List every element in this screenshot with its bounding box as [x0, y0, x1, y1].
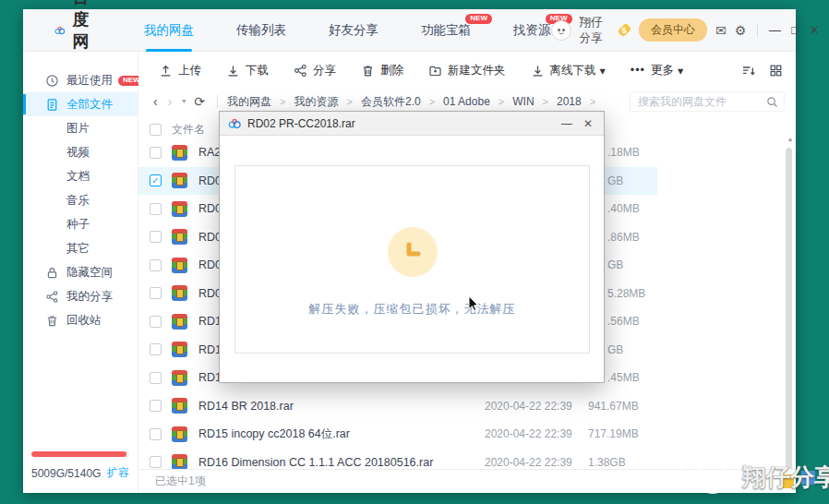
delete-button[interactable]: 删除	[361, 63, 403, 78]
file-size: .45MB	[607, 371, 640, 384]
close-button[interactable]: ✕	[809, 23, 820, 37]
desktop-background: 百度网盘 我的网盘 传输列表 好友分享 功能宝箱NEW 找资源NEW 翔仔分享 …	[0, 0, 829, 504]
grid-view-icon[interactable]	[769, 64, 783, 78]
sidebar-nav: 最近使用 NEW 全部文件 图片 视频 文档 音乐 种子 其它 隐藏空间	[23, 52, 138, 332]
minimize-button[interactable]: —	[769, 23, 781, 37]
row-checkbox[interactable]	[150, 287, 162, 299]
breadcrumb-item[interactable]: 01 Adobe	[443, 95, 490, 108]
sidebar-item-hidden-space[interactable]: 隐藏空间	[23, 260, 138, 284]
row-checkbox[interactable]	[150, 400, 162, 412]
history-dropdown-icon[interactable]: ▾	[182, 98, 186, 105]
file-name[interactable]: RD15 incopy cc2018 64位.rar	[198, 426, 350, 442]
sidebar-item-pictures[interactable]: 图片	[23, 116, 138, 140]
download-icon	[226, 64, 240, 78]
dialog-title-bar[interactable]: RD02 PR-CC2018.rar — ✕	[220, 112, 604, 136]
file-row[interactable]: RD14 BR 2018.rar2020-04-22 22:39941.67MB	[138, 392, 657, 421]
row-checkbox[interactable]	[150, 372, 162, 384]
tab-find-resources[interactable]: 找资源NEW	[513, 9, 551, 52]
error-message: 解压失败，压缩包已损坏，无法解压	[235, 301, 589, 318]
sidebar-item-documents[interactable]: 文档	[23, 164, 138, 188]
back-button[interactable]: ‹	[153, 95, 158, 108]
file-row[interactable]: RD16 Dimension CC 1.1.1 ACC 20180516.rar…	[138, 449, 657, 470]
user-name[interactable]: 翔仔分享	[580, 15, 611, 46]
chevron-down-icon[interactable]: ▾	[678, 64, 683, 78]
search-input[interactable]	[638, 95, 766, 108]
new-folder-icon	[428, 64, 442, 78]
sidebar-item-others[interactable]: 其它	[23, 236, 138, 260]
more-button[interactable]: ••• 更多 ▾	[631, 63, 683, 78]
offline-download-label: 离线下载	[550, 63, 596, 78]
settings-gear-icon[interactable]: ⚙	[735, 24, 747, 37]
dialog-content-panel: 解压失败，压缩包已损坏，无法解压	[234, 165, 590, 354]
breadcrumb-item[interactable]: 我的资源	[294, 94, 339, 110]
row-checkbox[interactable]	[150, 428, 162, 440]
dialog-close-button[interactable]: ✕	[581, 117, 595, 130]
svip-badge-icon[interactable]: $	[618, 23, 631, 37]
upload-label: 上传	[178, 63, 201, 78]
tab-transfer-list[interactable]: 传输列表	[236, 9, 286, 52]
search-icon[interactable]	[766, 96, 778, 108]
sidebar-item-recycle-bin[interactable]: 回收站	[23, 308, 138, 332]
message-icon[interactable]: ✉	[715, 24, 727, 37]
breadcrumb-item[interactable]: 会员软件2.0	[361, 94, 421, 110]
breadcrumb-item[interactable]: 我的网盘	[227, 94, 271, 110]
dialog-minimize-button[interactable]: —	[559, 117, 574, 130]
dialog-title: RD02 PR-CC2018.rar	[247, 117, 553, 130]
sidebar-item-recent[interactable]: 最近使用 NEW	[23, 68, 138, 92]
search-box[interactable]	[630, 91, 785, 112]
tab-toolbox[interactable]: 功能宝箱NEW	[421, 9, 471, 52]
file-name[interactable]: RD14 BR 2018.rar	[198, 400, 294, 413]
download-button[interactable]: 下载	[226, 63, 269, 78]
row-checkbox[interactable]	[150, 147, 162, 159]
baidu-netdisk-logo-icon	[54, 20, 65, 41]
document-icon	[45, 98, 59, 112]
user-avatar[interactable]	[551, 20, 571, 41]
select-all-checkbox[interactable]	[150, 124, 162, 136]
upload-button[interactable]: 上传	[159, 63, 201, 78]
file-size: .86MB	[607, 231, 640, 244]
file-row[interactable]: RD15 incopy cc2018 64位.rar2020-04-22 22:…	[138, 420, 657, 449]
row-checkbox[interactable]: ✓	[150, 174, 162, 186]
sidebar-item-torrents[interactable]: 种子	[23, 212, 138, 236]
forward-button[interactable]: ›	[168, 95, 173, 108]
action-toolbar: 上传 下载 分享 删除 新建文件夹	[138, 52, 796, 89]
breadcrumb-item[interactable]: 2018	[557, 95, 582, 108]
maximize-button[interactable]: □	[789, 23, 800, 37]
file-size: GB	[607, 174, 623, 187]
file-size: 717.19MB	[588, 427, 639, 440]
view-options	[741, 64, 796, 78]
vip-center-button[interactable]: 会员中心	[639, 18, 707, 42]
breadcrumb-item[interactable]: WIN	[512, 95, 534, 108]
file-size: .18MB	[607, 146, 640, 159]
row-checkbox[interactable]	[150, 231, 162, 243]
expand-storage-link[interactable]: 扩容	[107, 465, 129, 481]
row-checkbox[interactable]	[150, 259, 162, 271]
row-checkbox[interactable]	[150, 203, 162, 215]
row-checkbox[interactable]	[150, 316, 162, 328]
title-bar[interactable]: 百度网盘 我的网盘 传输列表 好友分享 功能宝箱NEW 找资源NEW 翔仔分享 …	[23, 9, 796, 52]
tab-friend-share[interactable]: 好友分享	[329, 9, 378, 52]
sort-icon[interactable]	[741, 64, 756, 78]
new-folder-button[interactable]: 新建文件夹	[428, 63, 506, 78]
file-name[interactable]: RD16 Dimension CC 1.1.1 ACC 20180516.rar	[198, 456, 433, 469]
refresh-button[interactable]: ⟳	[194, 95, 205, 108]
file-date: 2020-04-22 22:39	[485, 456, 572, 469]
sidebar-item-videos[interactable]: 视频	[23, 140, 138, 164]
status-bar: 已选中1项	[138, 469, 796, 493]
row-checkbox[interactable]	[150, 343, 162, 355]
sidebar-item-my-shares[interactable]: 我的分享	[23, 284, 138, 308]
chevron-down-icon[interactable]: ▾	[600, 64, 606, 78]
tab-my-drive[interactable]: 我的网盘	[144, 9, 194, 52]
dollar-glyph: $	[622, 25, 627, 34]
vertical-scrollbar[interactable]	[786, 148, 792, 473]
rar-file-icon	[172, 342, 187, 357]
offline-download-button[interactable]: 离线下载 ▾	[531, 63, 606, 78]
filename-column-header[interactable]: 文件名	[172, 122, 205, 138]
more-dots-icon: •••	[631, 64, 645, 77]
share-button[interactable]: 分享	[294, 63, 336, 78]
row-checkbox[interactable]	[150, 456, 162, 468]
sidebar-item-all-files[interactable]: 全部文件	[23, 92, 138, 116]
sidebar-item-music[interactable]: 音乐	[23, 188, 138, 212]
more-label: 更多	[651, 63, 674, 78]
scrollbar-up-arrow[interactable]: ▴	[788, 135, 792, 143]
